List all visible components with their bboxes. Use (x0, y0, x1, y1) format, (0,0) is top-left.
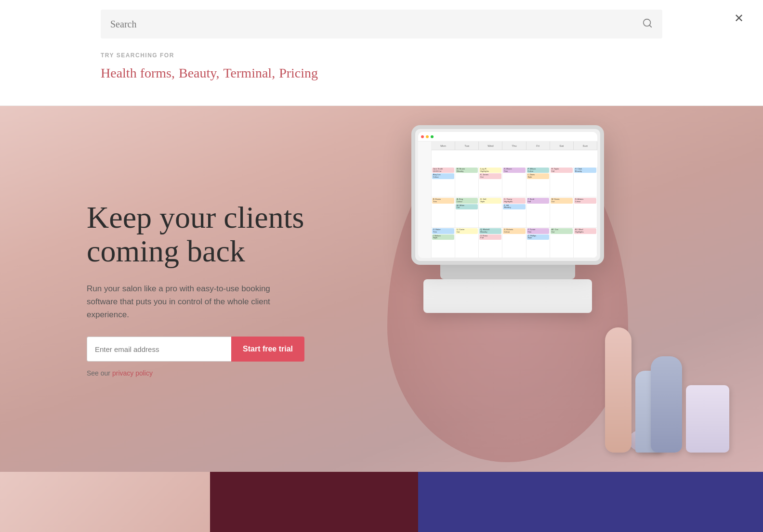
calendar-event: B. EvansTrim (432, 198, 454, 204)
calendar-event: L. DavisStyle (527, 173, 549, 179)
dot-red (421, 135, 424, 138)
cal-cell: N. AdamsColour (574, 197, 597, 228)
cal-cell: B. EvansTrim (432, 197, 455, 228)
calendar-sidebar (418, 142, 432, 258)
start-free-trial-button[interactable]: Start free trial (231, 337, 304, 362)
cal-cell: U. CarterCut (455, 228, 479, 258)
cal-cell: A. KingColour M. WhiteCut (455, 197, 479, 228)
cal-cell: Lucy R.Highlights K. JamesCut (479, 167, 502, 197)
product-right (651, 356, 729, 453)
cal-cell: D. HallStyle (479, 197, 502, 228)
search-suggestions: Health forms, Beauty, Terminal, Pricing (101, 65, 662, 81)
calendar-event: H. ClarkBlowdry (574, 168, 596, 173)
cal-cell: W. GreenCut (550, 197, 574, 228)
search-overlay: ✕ TRY SEARCHING FOR Health forms, Beauty… (0, 0, 763, 106)
calendar-event: S. MooreTrim (503, 168, 525, 173)
calendar-event: A2. CoxCut (551, 228, 573, 234)
tablet-mockup: Mon Tue Wed Thu Fri Sat Sun Jane Smith10… (411, 125, 604, 313)
calendar-event: C. YoungHighlights (503, 198, 525, 204)
cal-cell: M. BrownBlowdry (455, 167, 479, 197)
col-header-7: Sun (574, 142, 597, 150)
calendar-event: D. HallStyle (479, 198, 501, 204)
calendar-event: N. AdamsColour (574, 198, 596, 204)
dot-green (431, 135, 434, 138)
search-input[interactable] (110, 19, 642, 30)
col-header-2: Tue (455, 142, 479, 150)
tablet-base (423, 279, 592, 313)
hero-image-area: Mon Tue Wed Thu Fri Sat Sun Jane Smith10… (387, 106, 763, 472)
col-header-3: Wed (479, 142, 502, 150)
calendar-header (418, 132, 597, 142)
hero-content: Keep your clients coming back Run your s… (87, 162, 304, 415)
calendar-event: I. NelsonStyle (432, 234, 454, 240)
calendar-event: Lucy R.Highlights (479, 168, 501, 173)
calendar-event: X. RobertsColour (503, 228, 525, 234)
calendar-event: T. ScottFull (527, 198, 549, 204)
cal-cell: C. YoungHighlights F. HillBlowdry (502, 197, 526, 228)
hero-section: Keep your clients coming back Run your s… (0, 106, 763, 472)
svg-line-1 (649, 25, 651, 27)
product-tall-bottle (605, 327, 631, 453)
dot-yellow (426, 135, 429, 138)
bottom-center-card: You're in control of (210, 472, 418, 532)
col-header-6: Sat (550, 142, 574, 150)
calendar-body: Mon Tue Wed Thu Fri Sat Sun Jane Smith10… (418, 142, 597, 258)
product-cream-jar (686, 385, 729, 453)
cta-row: Start free trial (87, 337, 304, 362)
tablet-outer: Mon Tue Wed Thu Fri Sat Sun Jane Smith10… (411, 125, 604, 265)
calendar-event: Jane Smith10:00 Cut (432, 168, 454, 173)
col-header-5: Fri (526, 142, 550, 150)
calendar-event: R. TaylorFull (551, 168, 573, 173)
calendar-event: O. BakerTrim (432, 228, 454, 234)
calendar-event: A. KingColour (456, 198, 478, 204)
suggestion-health-forms[interactable]: Health forms, (101, 65, 175, 81)
hero-subtitle: Run your salon like a pro with easy-to-u… (87, 282, 299, 322)
close-button[interactable]: ✕ (734, 12, 744, 25)
cal-cell: P. WilsonColour L. DavisStyle (526, 167, 550, 197)
calendar-event: M. WhiteCut (456, 204, 478, 210)
suggestion-beauty[interactable]: Beauty, (179, 65, 220, 81)
products-wrapper (618, 279, 758, 462)
suggestion-terminal[interactable]: Terminal, (223, 65, 275, 81)
cal-cell: T. ScottFull (526, 197, 550, 228)
search-icon (642, 18, 653, 31)
calendar-event: K. JamesCut (479, 173, 501, 179)
cal-cell: H. ClarkBlowdry (574, 167, 597, 197)
search-bar (101, 10, 662, 39)
email-field[interactable] (87, 337, 231, 362)
calendar-event: Z. PhillipsStyle (527, 234, 549, 240)
cal-cell: S. MooreTrim (502, 167, 526, 197)
calendar-event: M. BrownBlowdry (456, 168, 478, 173)
calendar-event: Q. MitchellBlowdry (479, 228, 501, 234)
cal-cell: X. RobertsColour (502, 228, 526, 258)
calendar-event: V. PerezFull (479, 234, 501, 240)
tablet-stand (440, 265, 575, 279)
tablet-screen: Mon Tue Wed Thu Fri Sat Sun Jane Smith10… (418, 132, 597, 258)
try-label: TRY SEARCHING FOR (101, 52, 662, 59)
cal-cell: R. TaylorFull (550, 167, 574, 197)
calendar-grid-area: Mon Tue Wed Thu Fri Sat Sun Jane Smith10… (432, 142, 597, 258)
calendar-event: F. HillBlowdry (503, 204, 525, 210)
cal-cell: Y. TurnerTrim Z. PhillipsStyle (526, 228, 550, 258)
privacy-policy-link[interactable]: privacy policy (112, 369, 153, 377)
calendar-event: Y. TurnerTrim (527, 228, 549, 234)
cal-cell: Jane Smith10:00 Cut Amy LeeColour (432, 167, 455, 197)
col-header-4: Thu (502, 142, 526, 150)
privacy-note: See our privacy policy (87, 369, 304, 377)
cal-cell: Q. MitchellBlowdry V. PerezFull (479, 228, 502, 258)
product-med-bottle (651, 356, 682, 453)
calendar-event: Amy LeeColour (432, 173, 454, 179)
hero-title: Keep your clients coming back (87, 201, 304, 269)
calendar-event: W. GreenCut (551, 198, 573, 204)
cal-cell: A2. CoxCut (550, 228, 574, 258)
calendar-event: P. WilsonColour (527, 168, 549, 173)
bottom-right-card: One simple monthly (418, 472, 763, 532)
bottom-left-card: It all begins with online (0, 472, 210, 532)
calendar-event: U. CarterCut (456, 228, 478, 234)
col-header-1: Mon (432, 142, 455, 150)
calendar-event: B2. WardHighlights (574, 228, 596, 234)
products-area (618, 279, 763, 472)
suggestion-pricing[interactable]: Pricing (279, 65, 318, 81)
cal-cell: O. BakerTrim I. NelsonStyle (432, 228, 455, 258)
calendar-grid: Mon Tue Wed Thu Fri Sat Sun Jane Smith10… (432, 142, 597, 258)
